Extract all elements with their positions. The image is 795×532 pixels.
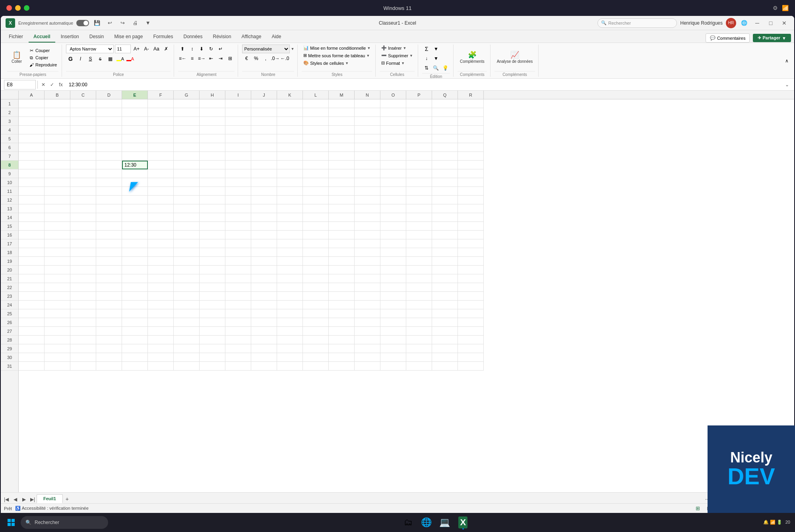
cell-D7[interactable] [96,152,122,161]
cell-K7[interactable] [277,152,303,161]
cell-B8[interactable] [45,161,70,169]
cell-F19[interactable] [148,257,174,266]
cell-J6[interactable] [251,143,277,152]
cell-Q3[interactable] [432,117,458,126]
cell-J22[interactable] [251,283,277,292]
sheet-tab-feuil1[interactable]: Feuil1 [37,494,63,503]
cell-F3[interactable] [148,117,174,126]
italic-button[interactable]: I [76,54,85,63]
cell-H6[interactable] [200,143,225,152]
cell-M30[interactable] [329,353,355,362]
cell-H23[interactable] [200,292,225,301]
cell-H19[interactable] [200,257,225,266]
cell-H30[interactable] [200,353,225,362]
cell-C23[interactable] [70,292,96,301]
cell-F22[interactable] [148,283,174,292]
format-table-button[interactable]: ⊞ Mettre sous forme de tableau ▼ [302,52,371,59]
cell-M27[interactable] [329,327,355,336]
couper-button[interactable]: ✂ Couper [27,47,58,54]
cell-R14[interactable] [458,213,484,222]
normal-view-button[interactable]: ⊞ [694,505,702,513]
comments-button[interactable]: 💬 Commentaires [706,33,750,43]
cell-P29[interactable] [406,344,432,353]
cell-G9[interactable] [174,169,200,178]
col-header-o[interactable]: O [380,91,406,99]
cell-O5[interactable] [380,134,406,143]
cell-D22[interactable] [96,283,122,292]
cell-E19[interactable] [122,257,148,266]
conditional-format-button[interactable]: 📊 Mise en forme conditionnelle ▼ [302,45,372,51]
cell-K29[interactable] [277,344,303,353]
cell-J31[interactable] [251,362,277,371]
cell-Q26[interactable] [432,318,458,327]
cell-F16[interactable] [148,231,174,239]
cell-M7[interactable] [329,152,355,161]
cell-A18[interactable] [19,248,45,257]
cell-N6[interactable] [355,143,380,152]
tab-donnees[interactable]: Données [178,31,207,43]
cell-D23[interactable] [96,292,122,301]
col-header-l[interactable]: L [303,91,329,99]
cell-D30[interactable] [96,353,122,362]
cell-K3[interactable] [277,117,303,126]
cell-C24[interactable] [70,301,96,309]
strikethrough-button[interactable]: S̶ [96,54,105,63]
row-header-20[interactable]: 20 [1,266,18,274]
cell-E1[interactable] [122,99,148,108]
cell-D1[interactable] [96,99,122,108]
number-format-select[interactable]: Personnalisée [242,45,290,53]
cell-K31[interactable] [277,362,303,371]
cell-E21[interactable] [122,274,148,283]
col-header-n[interactable]: N [355,91,380,99]
cell-L23[interactable] [303,292,329,301]
cell-B3[interactable] [45,117,70,126]
cell-G6[interactable] [174,143,200,152]
cell-F14[interactable] [148,213,174,222]
cell-R4[interactable] [458,126,484,134]
cell-O27[interactable] [380,327,406,336]
cell-F26[interactable] [148,318,174,327]
font-decrease-button[interactable]: A- [142,45,151,53]
cell-N28[interactable] [355,336,380,344]
cell-R6[interactable] [458,143,484,152]
cell-H28[interactable] [200,336,225,344]
cell-N14[interactable] [355,213,380,222]
cell-A22[interactable] [19,283,45,292]
col-header-p[interactable]: P [406,91,432,99]
cell-A30[interactable] [19,353,45,362]
cell-H24[interactable] [200,301,225,309]
row-header-2[interactable]: 2 [1,108,18,117]
cell-O18[interactable] [380,248,406,257]
cell-G3[interactable] [174,117,200,126]
cell-M12[interactable] [329,196,355,204]
cell-Q31[interactable] [432,362,458,371]
cell-D27[interactable] [96,327,122,336]
cell-M4[interactable] [329,126,355,134]
indent-increase-button[interactable]: ⇥ [216,54,225,63]
cell-J24[interactable] [251,301,277,309]
reproduire-button[interactable]: 🖌 Reproduire [27,62,58,68]
cell-A25[interactable] [19,309,45,318]
cell-F17[interactable] [148,239,174,248]
cell-I23[interactable] [225,292,251,301]
cell-Q1[interactable] [432,99,458,108]
cell-F18[interactable] [148,248,174,257]
cell-G30[interactable] [174,353,200,362]
cell-C13[interactable] [70,204,96,213]
cell-R16[interactable] [458,231,484,239]
cell-I27[interactable] [225,327,251,336]
cell-C9[interactable] [70,169,96,178]
cell-G27[interactable] [174,327,200,336]
taskbar-app-excel[interactable]: X [455,515,471,530]
cell-E9[interactable] [122,169,148,178]
cell-J26[interactable] [251,318,277,327]
start-button[interactable] [5,516,17,529]
cell-I10[interactable] [225,178,251,187]
cell-P31[interactable] [406,362,432,371]
col-header-f[interactable]: F [148,91,174,99]
col-header-a[interactable]: A [19,91,45,99]
cell-K27[interactable] [277,327,303,336]
cell-G24[interactable] [174,301,200,309]
cell-L21[interactable] [303,274,329,283]
cell-J15[interactable] [251,222,277,231]
